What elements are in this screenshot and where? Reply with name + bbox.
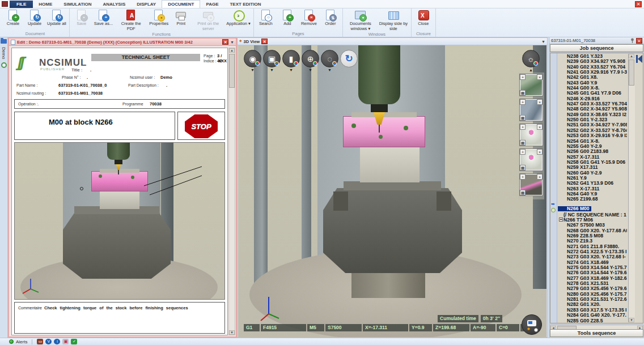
tab-file[interactable]: FILE [10,1,33,8]
solid-display-button[interactable]: ▣ [263,50,281,67]
rotate-view-button[interactable]: ↻ [340,50,358,67]
view3d-menu-caret-icon[interactable]: ▼ [541,40,545,44]
snapshot-2[interactable]: +×▦ [519,99,543,121]
delete-icon[interactable]: × [537,124,543,130]
caret-down-icon[interactable]: ▼ [328,68,332,72]
zoom-icon[interactable]: + [520,99,526,105]
history-icon[interactable] [1,62,7,68]
gcode-line[interactable]: N285 G00 Z28.5 [558,318,627,323]
search-button[interactable]: Search [255,8,277,31]
scroll-up-icon[interactable]: ▲ [229,48,235,53]
alerts-label: Alerts [16,339,27,344]
scroll-up-icon[interactable]: ▲ [629,54,634,58]
ok-check-icon[interactable]: ✓ [71,339,77,344]
view3d-close-button[interactable]: ✕ [261,39,268,44]
delete-icon[interactable]: × [537,99,543,105]
grid-icon[interactable]: ▦ [520,190,526,195]
application-button[interactable]: Application ▾ [224,8,252,32]
scroll-down-icon[interactable]: ▼ [629,318,634,322]
job-panel-header[interactable]: 637319-01-M01_70038 ✕ [549,37,644,44]
print-on-the-server-button[interactable]: Print on the server [192,8,224,32]
zoom-icon[interactable]: + [520,174,526,180]
caret-down-icon[interactable]: ▼ [251,68,255,72]
view3d-titlebar[interactable]: ⌖ 3D View ✕ ▼ [238,38,547,45]
zoom-icon[interactable]: + [520,149,526,155]
tool-display-button[interactable]: ▮ [282,50,300,67]
order-button[interactable]: Order [320,8,341,31]
snapshot-3[interactable]: +×▦ [519,123,543,146]
app-icon[interactable] [2,1,8,7]
caret-down-icon[interactable]: ▼ [270,68,274,72]
tab-document[interactable]: DOCUMENT [162,0,200,8]
info-icon[interactable]: i [54,339,60,344]
tab-analysis[interactable]: ANALYSIS [98,1,132,8]
job-panel-close-button[interactable]: ✕ [636,38,642,44]
tab-display[interactable]: DISPLAY [131,1,162,8]
add-button[interactable]: Add [277,8,298,31]
grid-icon[interactable]: ▦ [520,165,526,171]
delete-icon[interactable]: × [537,174,543,180]
tab-text-edition[interactable]: TEXT EDITION [224,1,266,8]
scroll-down-icon[interactable]: ▼ [229,330,235,335]
gcode-line[interactable]: N265 Z199.68 [558,197,627,202]
print-button[interactable]: Print [170,8,192,32]
tools-sequence-bar[interactable]: Tools sequence [550,329,643,337]
grid-icon[interactable]: ▦ [520,90,526,96]
zoom-icon[interactable]: + [520,74,526,80]
grid-icon[interactable]: ▦ [520,140,526,146]
machine-view-button[interactable] [522,314,542,335]
machine-status-icon[interactable]: ▭ [37,339,43,344]
pin-icon[interactable] [630,38,635,44]
clamp-right [437,191,451,211]
snapshot-5[interactable]: +×▦ [519,173,543,196]
view-settings-button[interactable]: ☼ [522,50,540,67]
document-scrollbar[interactable]: ▲ ▼ [228,48,235,335]
tab-home[interactable]: HOME [33,1,58,8]
project-tab-demo[interactable]: Demo [1,47,6,59]
display-side-by-side-button[interactable]: Display side by side [377,8,410,32]
expander-icon[interactable]: + [559,218,563,222]
caret-down-icon[interactable]: ▼ [308,68,312,72]
close-button[interactable]: Close [413,8,434,31]
remove-button[interactable]: Remove [298,8,320,31]
dotted-circle-icon: ◌ [327,54,332,63]
ribbon-group-functions: SaveSave as...Create the PDFPropertiesPr… [70,8,254,37]
delete-icon[interactable]: × [537,74,543,80]
selection-button[interactable]: ◌ [321,50,338,67]
properties-button[interactable]: Properties [147,8,170,32]
verify-icon[interactable]: V [45,339,52,344]
caret-down-icon[interactable]: ▼ [289,68,293,72]
delete-icon[interactable]: × [537,149,543,155]
grid-icon[interactable]: ▦ [520,115,526,121]
window-close-button[interactable]: ✕ [635,1,642,7]
technical-sheet-page: ʃʃ NCSIMUL PUBLISHER TECHNICAL SHEET Pag… [11,48,228,335]
create-the-pdf-button[interactable]: Create the PDF [115,8,147,32]
snapshot-1[interactable]: +×▦ [519,74,543,96]
scroll-thumb[interactable] [229,54,235,88]
documents-windows-button[interactable]: Documents windows ▾ [344,8,377,32]
save-button[interactable]: Save [71,8,92,32]
skip-to-block-icon[interactable] [635,54,643,63]
snapshot-4[interactable]: +×▦ [519,148,543,171]
report-icon[interactable]: ▣ [62,339,69,344]
tab-page[interactable]: PAGE [200,1,224,8]
render-views-button[interactable]: ◉ [244,50,261,67]
update-button[interactable]: Update [24,8,45,31]
3d-viewport[interactable]: ◉▼▣▼▮▼⊕▼◌▼↻ ☼▲ +×▦+×▦+×▦+×▦+×▦ Cumulated… [238,45,546,337]
gcode-line[interactable]: N266 M00 [558,206,591,211]
job-list-vscrollbar[interactable]: ▲ ▼ [628,54,635,322]
save-as-button[interactable]: Save as... [92,8,115,32]
document-menu-caret-icon[interactable]: ▼ [230,40,234,44]
indice-value: XXX [218,58,227,63]
tab-simulation[interactable]: SIMULATION [58,1,97,8]
zoom-button[interactable]: ⊕ [302,50,319,67]
job-sequence-bar[interactable]: Job sequence [550,44,643,52]
caret-up-icon[interactable]: ▲ [529,68,533,72]
zoom-icon[interactable]: + [520,124,526,130]
create-button[interactable]: Create [2,8,24,31]
scroll-thumb[interactable] [629,59,634,86]
update-all-button[interactable]: Update all [45,8,68,31]
project-folder-icon[interactable] [1,39,7,44]
document-close-button[interactable]: ✕ [222,39,228,45]
document-titlebar[interactable]: Edit : Demo 637319-01-M01_70038 (Demo) (… [9,39,236,46]
